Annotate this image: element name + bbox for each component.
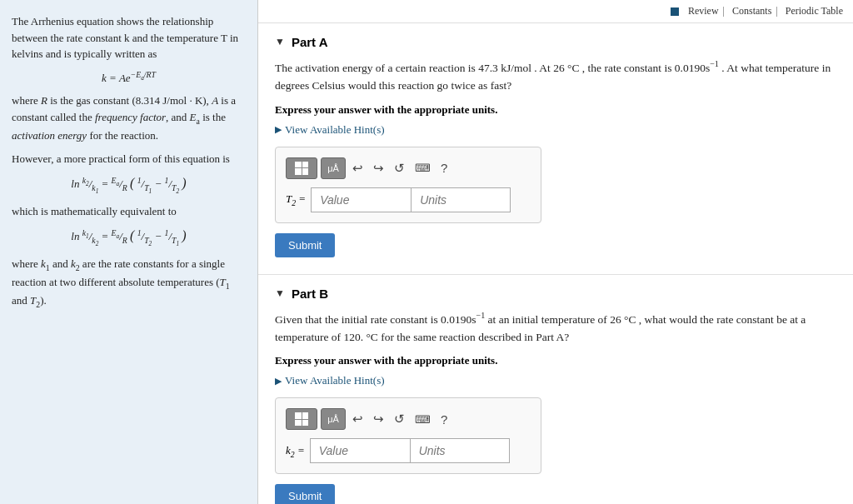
part-b-header: ▼ Part B [275,287,836,301]
description1-text: where R is the gas constant (8.314 J/mol… [12,92,246,143]
hint-b-arrow-icon: ▶ [275,376,282,387]
part-a-hint-link[interactable]: ▶ View Available Hint(s) [275,123,836,137]
constants-link[interactable]: Constants [732,5,771,17]
part-b-input-row: k2 = [286,438,531,463]
mu-label-a: μÅ [327,163,339,173]
part-b-question: Given that the initial rate constant is … [275,309,836,347]
part-a-header: ▼ Part A [275,35,836,49]
part-a-question: The activation energy of a certain react… [275,57,836,95]
hint-a-label: View Available Hint(s) [285,123,385,137]
part-a-keyboard-button[interactable]: ⌨ [412,160,434,176]
grid-icon [295,162,308,175]
part-b-keyboard-button[interactable]: ⌨ [412,412,434,427]
part-a-input-label: T2 = [286,192,306,207]
part-b-express: Express your answer with the appropriate… [275,354,836,367]
part-b-submit-button[interactable]: Submit [275,484,335,504]
hint-b-label: View Available Hint(s) [285,374,385,387]
part-a-reset-button[interactable]: ↺ [391,159,408,177]
part-b-units-input[interactable] [410,438,510,463]
part-a-redo-button[interactable]: ↪ [370,159,387,177]
separator2: | [776,5,777,17]
part-a-toolbar: μÅ ↩ ↪ ↺ ⌨ ? [286,157,531,179]
part-a-help-button[interactable]: ? [437,159,451,177]
grid-icon-b [295,412,308,426]
description2-text: which is mathematically equivalent to [12,203,246,220]
part-a-value-input[interactable] [311,187,411,212]
part-b-redo-button[interactable]: ↪ [370,410,387,428]
left-panel: The Arrhenius equation shows the relatio… [0,0,258,504]
part-a-mu-button[interactable]: μÅ [321,157,346,179]
transition-text: However, a more practical form of this e… [12,151,246,167]
part-b-undo-button[interactable]: ↩ [349,410,367,428]
formula1-display: k = Ae−Ea/RT [12,69,246,87]
part-b-hint-link[interactable]: ▶ View Available Hint(s) [275,374,836,387]
part-a-units-input[interactable] [411,187,511,212]
part-a-section: ▼ Part A The activation energy of a cert… [258,23,853,275]
part-a-toggle[interactable]: ▼ [275,36,285,48]
part-a-undo-button[interactable]: ↩ [349,159,367,177]
part-b-input-label: k2 = [286,444,305,459]
part-b-help-button[interactable]: ? [437,411,451,428]
formula2-display: ln k2/k1 = Ea/R ( 1/T1 − 1/T2 ) [12,173,246,197]
part-b-mu-button[interactable]: μÅ [321,408,346,430]
part-b-toggle[interactable]: ▼ [275,287,285,300]
part-a-input-row: T2 = [286,187,531,212]
periodic-table-link[interactable]: Periodic Table [786,5,843,17]
part-a-grid-button[interactable] [286,157,317,179]
formula3-display: ln k1/k2 = Ea/R ( 1/T2 − 1/T1 ) [12,226,246,249]
part-b-value-input[interactable] [310,438,410,463]
part-a-title: Part A [292,35,328,49]
intro-text: The Arrhenius equation shows the relatio… [12,13,246,62]
part-a-submit-button[interactable]: Submit [275,233,335,257]
part-a-express: Express your answer with the appropriate… [275,103,836,117]
blue-square-icon [671,7,679,16]
review-link[interactable]: Review [688,5,719,17]
part-b-grid-button[interactable] [286,408,317,430]
part-a-answer-box: μÅ ↩ ↪ ↺ ⌨ ? T2 = [275,147,541,223]
part-b-title: Part B [292,287,328,301]
part-b-section: ▼ Part B Given that the initial rate con… [258,275,853,504]
separator1: | [723,5,725,17]
right-panel: Review | Constants | Periodic Table ▼ Pa… [258,0,853,504]
part-b-answer-box: μÅ ↩ ↪ ↺ ⌨ ? k2 = [275,397,541,474]
description3-text: where k1 and k2 are the rate constants f… [12,256,246,312]
mu-label-b: μÅ [327,414,339,424]
top-bar: Review | Constants | Periodic Table [258,0,853,23]
part-b-toolbar: μÅ ↩ ↪ ↺ ⌨ ? [286,408,531,430]
part-b-reset-button[interactable]: ↺ [391,410,408,428]
hint-a-arrow-icon: ▶ [275,124,282,135]
